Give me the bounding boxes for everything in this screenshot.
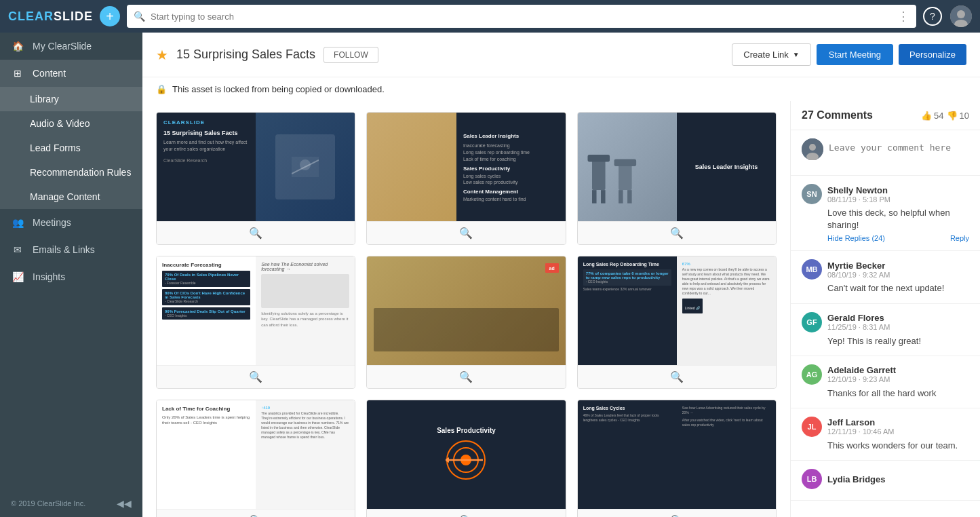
sidebar-item-insights[interactable]: 📈 Insights <box>0 263 142 290</box>
slide-9-text: See how Lunar Advertising reduced their … <box>682 406 770 415</box>
slide-2-title: Sales Leader Insights <box>463 133 559 139</box>
slide-7-text: Only 26% of Sales Leaders time is spent … <box>162 415 250 426</box>
follow-button[interactable]: FOLLOW <box>324 47 378 63</box>
slide-thumb-1: CLEARSLIDE 15 Surprising Sales Facts Lea… <box>157 113 355 221</box>
star-icon[interactable]: ★ <box>156 47 168 63</box>
comment-user-info-2: Myrtie Becker 08/10/19 · 9:32 AM <box>827 261 890 279</box>
main-layout: 🏠 My ClearSlide ⊞ Content Library Audio … <box>0 33 980 517</box>
search-icon: 🔍 <box>134 11 145 22</box>
slide-5-overlay <box>374 308 558 351</box>
slide-9-left: Long Sales Cycles 46% of Sales Leaders f… <box>578 400 677 509</box>
slide-2-sp1: Long sales cycles <box>463 174 559 178</box>
slide-6-title: Long Sales Rep Onboarding Time <box>583 262 671 267</box>
slide-4-stat1: 79% Of Deals in Sales Pipelines Never Cl… <box>162 271 250 287</box>
slide-2-line3: Lack of time for coaching <box>463 157 559 161</box>
sidebar-item-lead-forms[interactable]: Lead Forms <box>0 136 142 160</box>
slide-8-arrow-svg <box>446 440 486 480</box>
slide-6-pct: 77% of companies take 6 months or longer… <box>586 271 669 280</box>
sidebar-item-rec-rules[interactable]: Recommendation Rules <box>0 160 142 185</box>
comment-user-info-5: Jeff Larson 12/11/19 · 10:46 AM <box>827 417 894 436</box>
slide-6-visual: Long Sales Rep Onboarding Time 77% of co… <box>578 256 776 365</box>
top-navigation: CLEARSLIDE + 🔍 ⋮ ? <box>0 0 980 33</box>
sidebar-item-lead-forms-label: Lead Forms <box>30 142 81 153</box>
slide-card-5[interactable]: ad 🔍 <box>366 256 566 389</box>
start-meeting-button[interactable]: Start Meeting <box>817 44 893 65</box>
content-title: 15 Surprising Sales Facts <box>176 47 315 62</box>
slide-8-content: Sales Productivity <box>437 427 496 483</box>
slides-grid: CLEARSLIDE 15 Surprising Sales Facts Lea… <box>156 112 777 517</box>
sidebar-item-home[interactable]: 🏠 My ClearSlide <box>0 33 142 60</box>
reply-button-1[interactable]: Reply <box>950 234 969 242</box>
sidebar-item-emails-links-label: Emails & Links <box>33 244 95 255</box>
svg-point-20 <box>809 144 816 151</box>
content-header: ★ 15 Surprising Sales Facts FOLLOW Creat… <box>142 33 980 77</box>
comment-user-info-3: Gerald Flores 11/25/19 · 8:31 AM <box>827 313 890 331</box>
personalize-button[interactable]: Personalize <box>899 44 966 65</box>
slide-thumb-2: Sales Leader Insights Inaccurate forecas… <box>367 113 565 221</box>
slide-1-image <box>256 113 355 221</box>
hide-replies-button-1[interactable]: Hide Replies (24) <box>827 234 885 242</box>
svg-point-5 <box>300 159 311 170</box>
svg-rect-10 <box>619 164 632 190</box>
sidebar-item-library[interactable]: Library <box>0 87 142 111</box>
sidebar-item-manage-content[interactable]: Manage Content <box>0 185 142 209</box>
slide-4-src3: - CEO Insights <box>165 313 248 318</box>
search-more-icon[interactable]: ⋮ <box>897 9 909 24</box>
slide-9-stat: 46% of Sales Leaders feel that lack of p… <box>583 413 671 423</box>
slide-2-visual: Sales Leader Insights Inaccurate forecas… <box>367 113 565 221</box>
comment-header: 27 Comments 👍 54 👎 10 <box>791 101 980 130</box>
comment-user-row-5: JL Jeff Larson 12/11/19 · 10:46 AM <box>802 417 969 437</box>
sidebar-collapse-button[interactable]: ◀◀ <box>117 498 132 509</box>
emails-icon: ✉ <box>11 244 24 255</box>
svg-rect-13 <box>627 190 632 204</box>
sidebar-item-rec-rules-label: Recommendation Rules <box>30 167 131 178</box>
zoom-icon-7: 🔍 <box>249 514 262 517</box>
slide-card-4[interactable]: Inaccurate Forecasting 79% Of Deals in S… <box>156 256 355 389</box>
slide-thumb-3: Sales Leader Insights <box>578 113 776 221</box>
slide-card-6[interactable]: Long Sales Rep Onboarding Time 77% of co… <box>577 256 777 389</box>
search-input[interactable] <box>151 12 892 22</box>
comment-text-3: Yep! This is really great! <box>827 335 969 347</box>
search-bar: 🔍 ⋮ <box>127 5 916 28</box>
sidebar-item-content[interactable]: ⊞ Content <box>0 60 142 87</box>
zoom-icon-1: 🔍 <box>249 227 262 240</box>
comment-input-field[interactable] <box>829 138 969 167</box>
slide-3-visual: Sales Leader Insights <box>578 113 776 221</box>
comment-username-1: Shelly Newton <box>827 185 890 195</box>
help-button[interactable]: ? <box>923 7 942 26</box>
slide-4-src1: - Forester Resemble <box>165 281 248 285</box>
comment-count: 27 Comments <box>802 109 873 121</box>
sidebar-item-meetings[interactable]: 👥 Meetings <box>0 209 142 236</box>
create-link-button[interactable]: Create Link ▼ <box>732 43 810 66</box>
slide-4-pct2: 80% Of CIOs Don't Have High Confidence i… <box>165 291 248 299</box>
logo-slide: SLIDE <box>54 9 93 23</box>
sidebar-item-meetings-label: Meetings <box>33 217 71 228</box>
comment-date-5: 12/11/19 · 10:46 AM <box>827 427 894 436</box>
slide-card-9[interactable]: Long Sales Cycles 46% of Sales Leaders f… <box>577 400 777 517</box>
slide-thumb-9: Long Sales Cycles 46% of Sales Leaders f… <box>578 400 776 509</box>
logo-clear: CLEAR <box>8 9 54 23</box>
comment-input-area <box>791 130 980 176</box>
slide-card-3[interactable]: Sales Leader Insights 🔍 <box>577 112 777 245</box>
slide-card-2[interactable]: Sales Leader Insights Inaccurate forecas… <box>366 112 566 245</box>
slide-1-subtitle: Learn more and find out how they affect … <box>163 139 249 153</box>
sidebar-item-emails-links[interactable]: ✉ Emails & Links <box>0 236 142 263</box>
dislikes-count: 👎 10 <box>947 111 969 121</box>
user-avatar[interactable] <box>950 5 972 27</box>
slide-4-visual: Inaccurate Forecasting 79% Of Deals in S… <box>157 256 355 365</box>
slide-6-link: Linked 🔗 <box>682 299 703 313</box>
slide-5-badge-text: ad <box>549 266 555 271</box>
sidebar-item-audio-video[interactable]: Audio & Video <box>0 111 142 136</box>
slide-card-8[interactable]: Sales Productivity <box>366 400 566 517</box>
slide-7-title: Lack of Time for Coaching <box>162 406 250 412</box>
add-button[interactable]: + <box>100 6 120 26</box>
slide-6-pct2: 67% <box>682 262 770 266</box>
slide-footer-4: 🔍 <box>157 365 355 388</box>
slide-1-img-placeholder <box>275 134 335 199</box>
content-area: ★ 15 Surprising Sales Facts FOLLOW Creat… <box>142 33 980 517</box>
slide-card-7[interactable]: Lack of Time for Coaching Only 26% of Sa… <box>156 400 355 517</box>
slide-2-cm: Content Management <box>463 189 559 195</box>
slide-card-1[interactable]: CLEARSLIDE 15 Surprising Sales Facts Lea… <box>156 112 355 245</box>
comment-user-info-6: Lydia Bridges <box>827 474 885 484</box>
lock-icon: 🔒 <box>156 84 167 94</box>
